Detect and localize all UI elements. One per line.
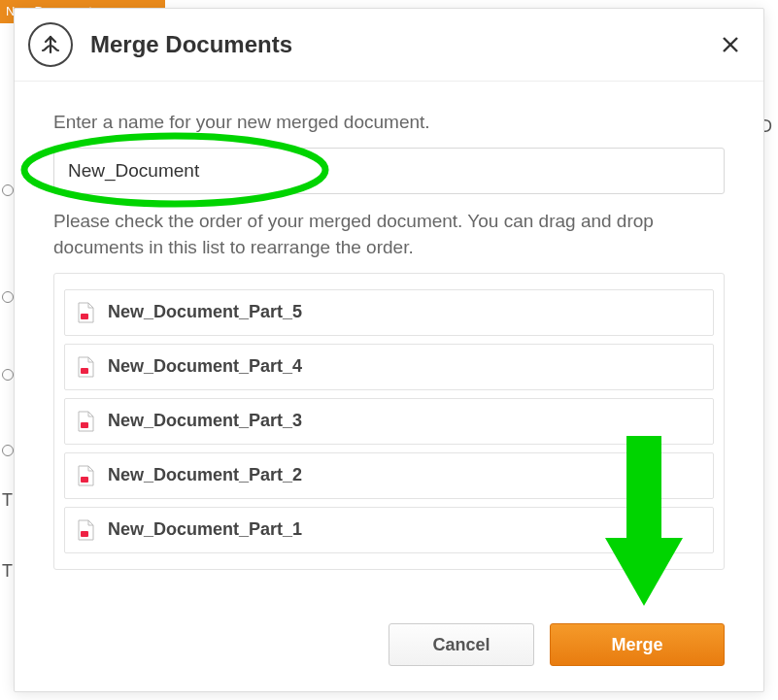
dialog-header: Merge Documents bbox=[15, 9, 763, 82]
dialog-body: Enter a name for your new merged documen… bbox=[15, 82, 763, 608]
order-instruction-text: Please check the order of your merged do… bbox=[53, 208, 725, 261]
bg-row-marker bbox=[2, 445, 14, 456]
svg-rect-7 bbox=[81, 531, 88, 537]
merged-document-name-input[interactable] bbox=[53, 148, 725, 194]
svg-rect-4 bbox=[81, 368, 88, 374]
close-button[interactable] bbox=[715, 29, 746, 60]
document-list-item[interactable]: New_Document_Part_1 bbox=[64, 507, 714, 553]
close-icon bbox=[721, 35, 740, 54]
bg-row-marker bbox=[2, 184, 14, 196]
document-name-label: New_Document_Part_3 bbox=[108, 411, 302, 431]
document-list-item[interactable]: New_Document_Part_2 bbox=[64, 452, 714, 499]
cancel-button[interactable]: Cancel bbox=[389, 623, 534, 666]
document-name-label: New_Document_Part_2 bbox=[108, 465, 302, 485]
document-name-label: New_Document_Part_4 bbox=[108, 356, 302, 377]
bg-row-marker bbox=[2, 291, 14, 303]
merge-button[interactable]: Merge bbox=[550, 623, 725, 666]
document-order-list: New_Document_Part_5 New_Document_Part_4 … bbox=[53, 273, 725, 570]
dialog-title: Merge Documents bbox=[90, 31, 715, 58]
document-list-item[interactable]: New_Document_Part_5 bbox=[64, 289, 714, 336]
document-name-label: New_Document_Part_1 bbox=[108, 519, 302, 540]
document-list-item[interactable]: New_Document_Part_3 bbox=[64, 398, 714, 445]
bg-row-letter: T bbox=[2, 490, 13, 511]
pdf-file-icon bbox=[77, 519, 94, 541]
bg-row-letter: T bbox=[2, 561, 13, 582]
document-name-label: New_Document_Part_5 bbox=[108, 302, 302, 322]
document-list-item[interactable]: New_Document_Part_4 bbox=[64, 344, 714, 390]
svg-rect-5 bbox=[81, 422, 88, 428]
pdf-file-icon bbox=[77, 302, 94, 323]
dialog-footer: Cancel Merge bbox=[15, 608, 763, 691]
merge-icon bbox=[28, 22, 73, 67]
pdf-file-icon bbox=[77, 465, 94, 486]
name-instruction-text: Enter a name for your new merged documen… bbox=[53, 109, 725, 136]
pdf-file-icon bbox=[77, 356, 94, 378]
bg-row-marker bbox=[2, 369, 14, 381]
pdf-file-icon bbox=[77, 411, 94, 432]
merge-documents-dialog: Merge Documents Enter a name for your ne… bbox=[14, 8, 764, 692]
svg-rect-6 bbox=[81, 477, 88, 483]
svg-rect-3 bbox=[81, 314, 88, 319]
